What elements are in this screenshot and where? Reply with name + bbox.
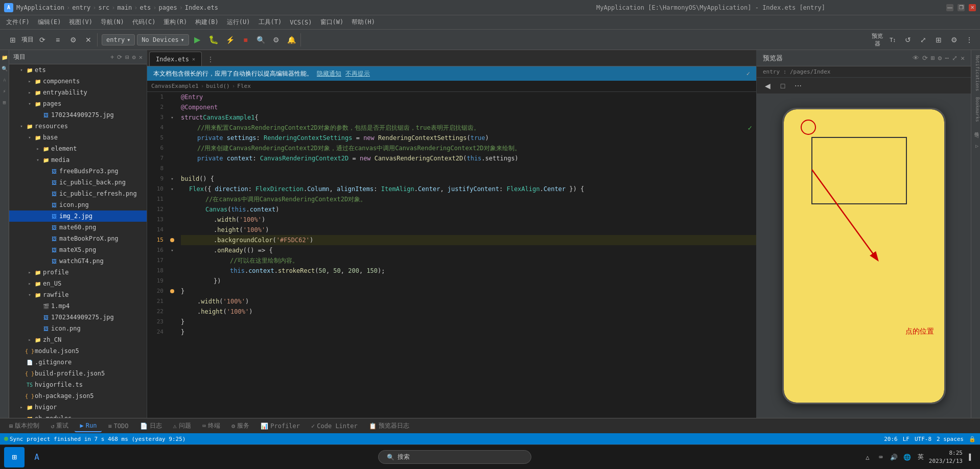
preview-resize-icon[interactable]: ⤢: [952, 54, 958, 62]
toolbar-project-icon[interactable]: ⊞: [6, 33, 19, 46]
stop-btn[interactable]: ■: [239, 33, 252, 46]
sidebar-add-icon[interactable]: +: [110, 54, 114, 61]
sidebar-item-watchgt4[interactable]: 🖼 watchGT4.png: [9, 255, 147, 267]
attach-debugger-btn[interactable]: ⚡: [224, 33, 237, 46]
fold-10[interactable]: ▾: [168, 184, 177, 194]
tab-service[interactable]: ⚙ 服务: [226, 419, 254, 432]
encoding[interactable]: UTF-8: [915, 436, 931, 442]
sidebar-item-module-json5[interactable]: { } module.json5: [9, 345, 147, 357]
preview-more-nav-btn[interactable]: ⋯: [791, 79, 805, 92]
text-format-btn[interactable]: T↕: [886, 33, 899, 46]
menu-code[interactable]: 代码(C): [128, 16, 160, 29]
sidebar-refresh-icon[interactable]: ⟳: [117, 54, 122, 61]
preview-settings-icon[interactable]: ⚙: [938, 54, 942, 62]
sidebar-close-icon[interactable]: ✕: [139, 54, 143, 61]
fold-9[interactable]: ▾: [168, 174, 177, 184]
cursor-position[interactable]: 20:6: [884, 436, 898, 442]
preview-close-icon[interactable]: ✕: [961, 54, 965, 62]
preview-forward-btn[interactable]: □: [776, 79, 789, 92]
settings-gear-btn[interactable]: ⚙: [270, 33, 283, 46]
preview-grid-icon[interactable]: ⊞: [931, 54, 935, 62]
menu-edit[interactable]: 编辑(E): [34, 16, 65, 29]
code-content[interactable]: @Entry @Component struct CanvasExample1 …: [177, 92, 756, 418]
sidebar-item-icon-png[interactable]: 🖼 icon.png: [9, 199, 147, 210]
task-app-icon[interactable]: A: [27, 447, 47, 467]
close-button[interactable]: ✕: [969, 4, 976, 11]
preview-more-btn[interactable]: ⋮: [963, 33, 976, 46]
sidebar-item-en_us[interactable]: ▸ 📁 en_US: [9, 278, 147, 289]
split-view-btn[interactable]: ⊞: [932, 33, 945, 46]
clock-display[interactable]: 8:25 2023/12/13: [929, 449, 963, 465]
activity-git-icon[interactable]: ⑃: [1, 76, 9, 84]
notifications-btn[interactable]: 🔔: [285, 33, 298, 46]
taskbar-search[interactable]: 🔍 搜索: [378, 450, 531, 464]
tab-close-icon[interactable]: ✕: [192, 56, 195, 62]
activity-right-2[interactable]: ▷: [972, 141, 980, 151]
sidebar-item-rawfile[interactable]: ▾ 📁 rawfile: [9, 289, 147, 300]
sidebar-item-gitignore[interactable]: 📄 .gitignore: [9, 357, 147, 368]
tab-rerun[interactable]: ↺ 重试: [45, 419, 74, 432]
sidebar-item-freebuds[interactable]: 🖼 freeBudsPro3.png: [9, 166, 147, 177]
bookmarks-side-icon[interactable]: Bookmarks: [972, 94, 980, 125]
sidebar-item-entryability[interactable]: ▸ 📁 entryability: [9, 87, 147, 98]
activity-extensions-icon[interactable]: ⊞: [1, 98, 9, 106]
show-desktop-btn[interactable]: ▌: [966, 452, 976, 462]
sidebar-item-hvigorfile[interactable]: TS hvigorfile.ts: [9, 379, 147, 390]
sidebar-item-ic-refresh[interactable]: 🖼 ic_public_refresh.png: [9, 188, 147, 199]
menu-window[interactable]: 窗口(W): [316, 16, 348, 29]
rotate-btn[interactable]: ↺: [901, 33, 915, 46]
tab-run[interactable]: ▶ Run: [75, 420, 102, 432]
sidebar-item-hvigor[interactable]: ▸ 📁 hvigor: [9, 402, 147, 413]
notification-close[interactable]: ✓: [746, 70, 750, 77]
more-tabs-btn[interactable]: ⋮: [204, 53, 217, 66]
line-ending[interactable]: LF: [903, 436, 909, 442]
menu-tools[interactable]: 工具(T): [254, 16, 286, 29]
toolbar-close-sidebar-btn[interactable]: ✕: [82, 33, 95, 46]
no-more-link[interactable]: 不再提示: [345, 69, 370, 78]
menu-help[interactable]: 帮助(H): [347, 16, 379, 29]
tab-terminal[interactable]: ⌨ 终端: [197, 419, 225, 432]
sidebar-item-base[interactable]: ▾ 📁 base: [9, 132, 147, 143]
tray-keyboard[interactable]: ⌨: [876, 452, 886, 462]
tab-todo[interactable]: ≡ TODO: [103, 420, 133, 432]
activity-right-1[interactable]: ◁: [972, 131, 980, 141]
sidebar-item-oh_modules[interactable]: ▸ 📁 oh_modules: [9, 413, 147, 418]
sidebar-item-zh_cn[interactable]: ▸ 📁 zh_CN: [9, 334, 147, 345]
sidebar-item-img2[interactable]: 🖼 img_2.jpg: [9, 210, 147, 222]
tab-profiler[interactable]: 📊 Profiler: [255, 420, 305, 432]
code-editor[interactable]: 1 2 3 4 5 6 7 8 9 10 11 12 13 14 15 16 1…: [147, 92, 756, 418]
tab-problem[interactable]: ⚠ 问题: [168, 419, 196, 432]
sidebar-item-mp4[interactable]: 🎬 1.mp4: [9, 300, 147, 312]
preview-settings-btn[interactable]: ⚙: [947, 33, 961, 46]
search-toolbar-btn[interactable]: 🔍: [254, 33, 268, 46]
preview-refresh-icon[interactable]: ⟳: [922, 54, 928, 62]
minimize-button[interactable]: —: [946, 4, 953, 11]
preview-back-btn[interactable]: ◀: [761, 79, 774, 92]
menu-view[interactable]: 视图(V): [65, 16, 97, 29]
zoom-fit-btn[interactable]: ⤢: [917, 33, 930, 46]
sidebar-item-resources[interactable]: ▾ 📁 resources: [9, 121, 147, 132]
activity-search-icon[interactable]: 🔍: [1, 64, 9, 73]
tab-log[interactable]: 📄 日志: [135, 419, 167, 432]
sidebar-item-element[interactable]: ▸ 📁 element: [9, 143, 147, 154]
indent-info[interactable]: 2 spaces: [937, 436, 964, 442]
tray-network[interactable]: 🌐: [902, 452, 913, 462]
sidebar-settings-icon[interactable]: ⚙: [132, 54, 136, 61]
sidebar-item-profile[interactable]: ▸ 📁 profile: [9, 267, 147, 278]
sidebar-item-pages[interactable]: ▾ 📁 pages: [9, 98, 147, 109]
tray-up-arrow[interactable]: △: [862, 452, 873, 462]
device-selector[interactable]: No Devices ▾: [137, 34, 189, 45]
menu-vcs[interactable]: VCS(S): [286, 17, 316, 28]
lock-status[interactable]: 🔒: [969, 436, 976, 442]
preview-eye-icon[interactable]: 👁: [913, 54, 919, 62]
menu-refactor[interactable]: 重构(R): [159, 16, 191, 29]
tab-indexets[interactable]: Index.ets ✕: [149, 52, 202, 66]
tray-volume[interactable]: 🔊: [889, 452, 899, 462]
start-button[interactable]: ⊞: [4, 447, 25, 467]
tab-version-control[interactable]: ⊞ 版本控制: [4, 419, 44, 432]
sidebar-item-mate60[interactable]: 🖼 mate60.png: [9, 222, 147, 233]
fold-16[interactable]: ▾: [168, 245, 177, 255]
sidebar-item-oh-package[interactable]: { } oh-package.json5: [9, 390, 147, 402]
notifications-side-icon[interactable]: Notifications: [972, 52, 980, 94]
sidebar-item-build-profile[interactable]: { } build-profile.json5: [9, 368, 147, 379]
